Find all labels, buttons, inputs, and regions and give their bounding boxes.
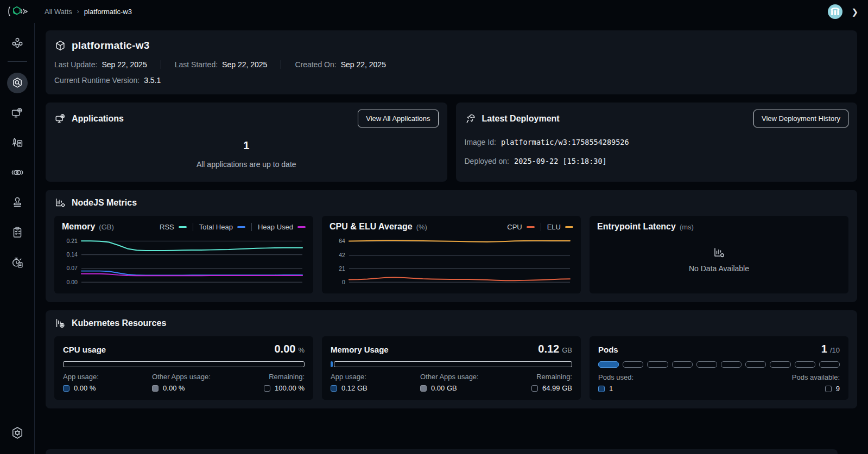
legend-color-dash	[527, 226, 535, 228]
breadcrumb-root[interactable]: All Watts	[45, 8, 72, 16]
runtime-version-value: 3.5.1	[144, 76, 161, 85]
cpu-usage-legend: App usage:0.00 %Other Apps usage:0.00 %R…	[63, 373, 305, 392]
pods-card: Pods 1 /10 Pods used:1Pods available:9	[590, 336, 848, 400]
outline-swatch-icon	[531, 385, 538, 392]
memory-line-chart: 0.210.140.070.00	[62, 234, 306, 287]
view-deployment-history-button[interactable]: View Deployment History	[753, 110, 848, 127]
entrypoint-latency-title: Entrypoint Latency	[597, 222, 676, 232]
sidebar-item-stamp[interactable]	[10, 195, 24, 209]
entrypoint-latency-unit: (ms)	[680, 223, 694, 231]
nodejs-metrics-section: NodeJS Metrics Memory (GB) RSSTotal Heap…	[46, 190, 857, 302]
cluster-icon	[11, 36, 24, 49]
avatar-glyph-icon	[831, 8, 840, 15]
last-update-label: Last Update:	[54, 60, 97, 69]
runtime-version-row: Current Runtime Version: 3.5.1	[54, 76, 848, 85]
user-avatar[interactable]	[828, 4, 842, 19]
checklist-icon	[11, 226, 24, 239]
pods-legend: Pods used:1Pods available:9	[598, 373, 840, 393]
resource-legend-item: Pods used:1	[598, 373, 633, 393]
sidebar-item-settings[interactable]	[10, 426, 24, 440]
svg-text:0.07: 0.07	[67, 265, 78, 271]
cpu-elu-chart-unit: (%)	[416, 223, 427, 231]
no-data-placeholder: No Data Available	[597, 234, 841, 284]
legend-color-dash	[297, 226, 306, 228]
sidebar-item-cluster[interactable]	[10, 36, 24, 50]
gray-swatch-icon	[420, 385, 427, 392]
topbar-right: ❯	[828, 4, 868, 19]
cpu-elu-chart-card: CPU & ELU Average (%) CPUELU 6442210	[322, 216, 581, 293]
cpu-usage-bar-track	[63, 361, 305, 367]
last-update-value: Sep 22, 2025	[102, 60, 147, 69]
memory-usage-bar-fill	[331, 361, 333, 367]
kubernetes-resources-title: Kubernetes Resources	[72, 318, 166, 328]
svg-text:0.00: 0.00	[67, 279, 78, 285]
meta-divider	[281, 60, 281, 69]
deployed-on-label: Deployed on:	[465, 157, 510, 165]
memory-chart-title: Memory	[62, 222, 95, 232]
pod-segment-free	[623, 361, 643, 368]
gray-swatch-icon	[152, 385, 159, 392]
memory-usage-value: 0.12	[538, 343, 559, 355]
memory-chart-card: Memory (GB) RSSTotal HeapHeap Used 0.210…	[54, 216, 313, 293]
svg-text:0: 0	[342, 279, 345, 285]
legend-item: RSS	[160, 223, 187, 231]
breadcrumb-separator-icon: ›	[77, 8, 79, 15]
pods-value: 1	[821, 343, 827, 355]
sidebar-item-watt-active[interactable]	[7, 73, 28, 93]
header-meta-row: Last Update: Sep 22, 2025 Last Started: …	[54, 60, 848, 69]
svg-text:0.21: 0.21	[67, 238, 78, 244]
pods-segment-bar	[598, 361, 840, 368]
legend-item: CPU	[507, 223, 534, 231]
cpu-usage-bar	[63, 361, 305, 367]
legend-color-dash	[179, 226, 187, 228]
legend-color-dash	[565, 226, 573, 228]
outline-swatch-icon	[825, 386, 832, 392]
applications-status: All applications are up to date	[54, 160, 439, 169]
no-data-chart-icon	[713, 246, 726, 259]
kubernetes-resources-section: Kubernetes Resources CPU usage 0.00 % Ap…	[46, 310, 857, 408]
sidebar-item-scheduler[interactable]	[10, 255, 24, 269]
legend-item: ELU	[541, 223, 573, 231]
page-title: platformatic-w3	[72, 40, 149, 52]
sidebar-item-deployments[interactable]	[10, 136, 24, 150]
blue-swatch-icon	[63, 385, 69, 392]
sidebar-divider	[8, 61, 27, 62]
svg-text:64: 64	[339, 238, 345, 244]
memory-usage-unit: GB	[562, 346, 572, 354]
legend-item: Total Heap	[193, 223, 245, 231]
resource-legend-item: App usage:0.12 GB	[331, 373, 368, 392]
rocket-log-icon	[10, 136, 24, 150]
cpu-elu-line-chart: 6442210	[330, 234, 573, 287]
panel-expand-chevron-icon[interactable]: ❯	[851, 8, 858, 16]
scheduled-jobs-icon	[10, 255, 24, 269]
pods-title: Pods	[598, 345, 618, 354]
sidebar-item-checklist[interactable]	[10, 225, 24, 239]
legend-color-dash	[237, 226, 245, 228]
latest-deployment-title: Latest Deployment	[482, 114, 560, 124]
runtime-version-label: Current Runtime Version:	[54, 76, 140, 85]
legend-item: Heap Used	[251, 223, 306, 231]
sidebar-item-mask[interactable]	[10, 165, 24, 180]
memory-usage-card: Memory Usage 0.12 GB App usage:0.12 GBOt…	[322, 336, 581, 400]
view-all-applications-button[interactable]: View All Applications	[358, 110, 438, 127]
created-on-value: Sep 22, 2025	[341, 60, 386, 69]
memory-usage-bar	[331, 361, 572, 367]
memory-chart-legend: RSSTotal HeapHeap Used	[160, 223, 306, 231]
platformatic-logo[interactable]	[0, 4, 35, 18]
watt-header-card: platformatic-w3 Last Update: Sep 22, 202…	[46, 30, 857, 94]
sidebar-item-applications[interactable]	[10, 106, 24, 120]
breadcrumb-current: platformatic-w3	[84, 8, 132, 16]
svg-text:0.14: 0.14	[67, 252, 78, 258]
entrypoint-latency-chart-card: Entrypoint Latency (ms) No Data Availabl…	[590, 216, 848, 293]
next-section-partial	[46, 449, 838, 454]
pod-segment-free	[795, 361, 815, 368]
cpu-elu-chart-legend: CPUELU	[507, 223, 573, 231]
main-content: platformatic-w3 Last Update: Sep 22, 202…	[35, 23, 868, 454]
memory-usage-legend: App usage:0.12 GBOther Apps usage:0.00 G…	[331, 373, 572, 392]
settings-hexagon-gear-icon	[10, 426, 24, 440]
cpu-usage-unit: %	[298, 346, 305, 354]
blue-swatch-icon	[598, 386, 605, 392]
rocket-cursor-icon	[465, 113, 477, 125]
image-id-label: Image Id:	[465, 138, 496, 146]
created-on-label: Created On:	[295, 60, 336, 69]
